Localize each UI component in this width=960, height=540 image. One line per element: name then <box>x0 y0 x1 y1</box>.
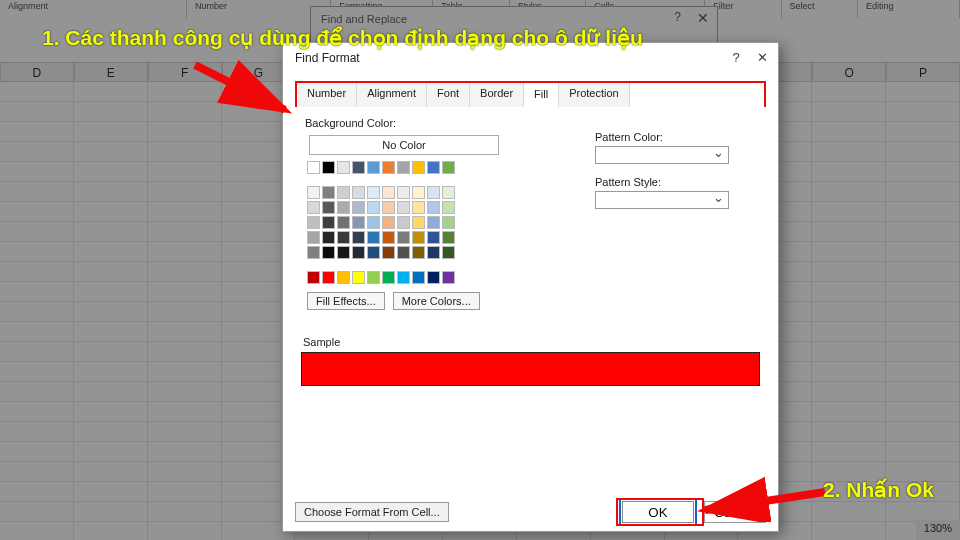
color-swatch[interactable] <box>412 246 425 259</box>
color-swatch[interactable] <box>322 161 335 174</box>
color-swatch[interactable] <box>337 231 350 244</box>
color-swatch[interactable] <box>352 201 365 214</box>
color-swatch[interactable] <box>382 201 395 214</box>
column-header-e[interactable]: E <box>74 62 148 82</box>
color-swatch[interactable] <box>307 271 320 284</box>
color-swatch[interactable] <box>412 161 425 174</box>
color-swatch[interactable] <box>307 246 320 259</box>
color-swatch[interactable] <box>352 216 365 229</box>
color-swatch[interactable] <box>322 271 335 284</box>
pattern-style-label: Pattern Style: <box>595 176 765 188</box>
color-swatch[interactable] <box>427 246 440 259</box>
column-header-d[interactable]: D <box>0 62 74 82</box>
color-swatch[interactable] <box>337 216 350 229</box>
color-swatch[interactable] <box>442 216 455 229</box>
color-swatch[interactable] <box>382 246 395 259</box>
color-swatch[interactable] <box>367 246 380 259</box>
tab-alignment[interactable]: Alignment <box>357 83 427 107</box>
color-swatch[interactable] <box>322 216 335 229</box>
color-swatch[interactable] <box>442 186 455 199</box>
color-swatch[interactable] <box>382 231 395 244</box>
color-swatch[interactable] <box>397 161 410 174</box>
color-swatch[interactable] <box>322 246 335 259</box>
color-swatch[interactable] <box>337 186 350 199</box>
color-swatch[interactable] <box>442 271 455 284</box>
color-swatch[interactable] <box>367 231 380 244</box>
annotation-arrow-2 <box>690 432 830 522</box>
color-swatch[interactable] <box>307 201 320 214</box>
dialog-help-icon[interactable]: ? <box>728 50 744 65</box>
color-swatch[interactable] <box>397 216 410 229</box>
color-swatch[interactable] <box>337 271 350 284</box>
color-swatch[interactable] <box>442 246 455 259</box>
color-swatch[interactable] <box>367 271 380 284</box>
ribbon-group-alignment: Alignment <box>0 0 187 18</box>
choose-format-from-cell-button[interactable]: Choose Format From Cell... <box>295 502 449 522</box>
tab-strip: Number Alignment Font Border Fill Protec… <box>295 81 766 107</box>
tab-protection[interactable]: Protection <box>559 83 630 107</box>
color-swatch[interactable] <box>397 201 410 214</box>
color-swatch[interactable] <box>412 201 425 214</box>
help-icon[interactable]: ? <box>674 10 681 24</box>
color-swatch[interactable] <box>352 186 365 199</box>
color-swatch[interactable] <box>442 201 455 214</box>
color-swatch[interactable] <box>382 186 395 199</box>
color-swatch[interactable] <box>427 271 440 284</box>
color-swatch[interactable] <box>322 186 335 199</box>
svg-line-1 <box>705 492 825 510</box>
color-swatch[interactable] <box>352 231 365 244</box>
color-swatch[interactable] <box>307 216 320 229</box>
color-swatch[interactable] <box>397 186 410 199</box>
pattern-color-label: Pattern Color: <box>595 131 765 143</box>
color-swatch[interactable] <box>397 231 410 244</box>
tab-font[interactable]: Font <box>427 83 470 107</box>
color-swatch[interactable] <box>427 216 440 229</box>
color-swatch[interactable] <box>397 246 410 259</box>
dialog-close-icon[interactable]: ✕ <box>754 50 770 65</box>
color-swatch[interactable] <box>382 216 395 229</box>
color-swatches-standard <box>307 271 760 284</box>
column-header-o[interactable]: O <box>812 62 886 82</box>
color-swatch[interactable] <box>412 186 425 199</box>
ribbon-group-editing: Editing <box>858 0 960 18</box>
color-swatch[interactable] <box>307 161 320 174</box>
column-header-p[interactable]: P <box>886 62 960 82</box>
pattern-color-dropdown[interactable] <box>595 146 729 164</box>
color-swatch[interactable] <box>397 271 410 284</box>
more-colors-button[interactable]: More Colors... <box>393 292 480 310</box>
fill-effects-button[interactable]: Fill Effects... <box>307 292 385 310</box>
color-swatch[interactable] <box>442 161 455 174</box>
color-swatch[interactable] <box>352 161 365 174</box>
pattern-style-dropdown[interactable] <box>595 191 729 209</box>
background-color-label: Background Color: <box>305 117 760 129</box>
color-swatch[interactable] <box>307 231 320 244</box>
color-swatch[interactable] <box>307 186 320 199</box>
color-swatch[interactable] <box>337 201 350 214</box>
tab-number[interactable]: Number <box>297 83 357 107</box>
color-swatch[interactable] <box>427 186 440 199</box>
color-swatch[interactable] <box>367 216 380 229</box>
color-swatch[interactable] <box>382 271 395 284</box>
color-swatch[interactable] <box>412 231 425 244</box>
no-color-button[interactable]: No Color <box>309 135 499 155</box>
color-swatch[interactable] <box>322 201 335 214</box>
zoom-level[interactable]: 130% <box>916 520 960 540</box>
color-swatch[interactable] <box>442 231 455 244</box>
close-icon[interactable]: ✕ <box>697 10 709 26</box>
color-swatch[interactable] <box>337 161 350 174</box>
color-swatch[interactable] <box>412 216 425 229</box>
color-swatch[interactable] <box>367 201 380 214</box>
color-swatch[interactable] <box>367 161 380 174</box>
color-swatch[interactable] <box>337 246 350 259</box>
color-swatch[interactable] <box>427 161 440 174</box>
color-swatch[interactable] <box>427 231 440 244</box>
color-swatch[interactable] <box>367 186 380 199</box>
color-swatch[interactable] <box>412 271 425 284</box>
color-swatch[interactable] <box>352 271 365 284</box>
color-swatch[interactable] <box>352 246 365 259</box>
tab-fill[interactable]: Fill <box>524 84 559 108</box>
tab-border[interactable]: Border <box>470 83 524 107</box>
color-swatch[interactable] <box>322 231 335 244</box>
color-swatch[interactable] <box>382 161 395 174</box>
color-swatch[interactable] <box>427 201 440 214</box>
